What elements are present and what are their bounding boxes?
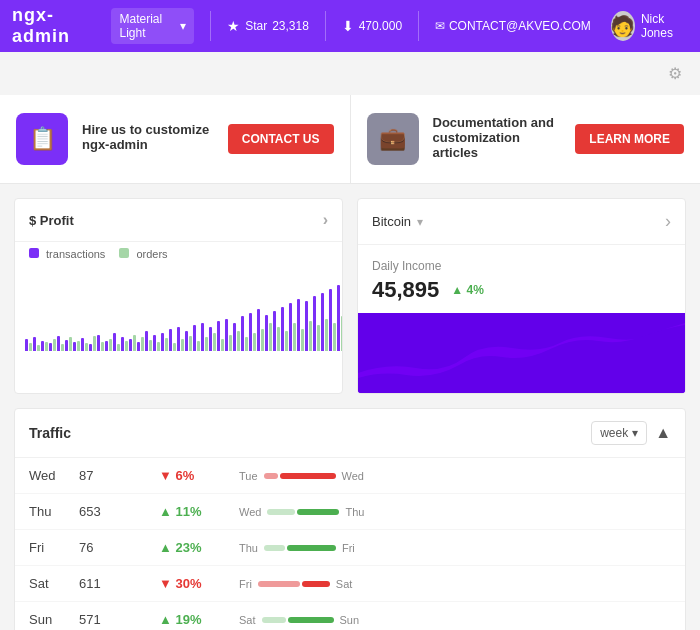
contact-us-button[interactable]: CONTACT US [228, 124, 334, 154]
bar-group [65, 337, 72, 351]
divider-2 [325, 11, 326, 41]
transaction-bar [137, 342, 140, 351]
order-bar [157, 342, 160, 351]
spark-from-label: Sat [239, 614, 256, 626]
order-bar [197, 341, 200, 351]
order-bar [93, 336, 96, 351]
order-bar [325, 319, 328, 351]
bar-group [281, 307, 288, 351]
table-row: Thu 653 ▲ 11% Wed Thu [15, 494, 685, 530]
traffic-day: Fri [29, 540, 79, 555]
user-menu[interactable]: 🧑 Nick Jones [611, 11, 688, 41]
legend-transactions: transactions [29, 248, 105, 260]
bar-group [177, 327, 184, 351]
spark-from-label: Thu [239, 542, 258, 554]
spark-from-label: Tue [239, 470, 258, 482]
week-selector[interactable]: week ▾ [591, 421, 647, 445]
table-row: Wed 87 ▼ 6% Tue Wed [15, 458, 685, 494]
order-bar [53, 339, 56, 351]
bar-group [329, 289, 336, 351]
order-bar [205, 337, 208, 351]
traffic-panel: Traffic week ▾ ▲ Wed 87 ▼ 6% Tue W [14, 408, 686, 630]
transaction-bar [273, 311, 276, 351]
order-bar [165, 338, 168, 351]
profit-title: $ Profit [29, 213, 74, 228]
traffic-pct: ▼ 30% [159, 576, 239, 591]
theme-selector[interactable]: Material Light ▾ [111, 8, 194, 44]
bar-group [249, 313, 256, 351]
bar-group [337, 285, 342, 351]
order-bar [149, 340, 152, 351]
spark-to-label: Thu [345, 506, 364, 518]
spark-to-bar [287, 545, 336, 551]
bar-group [257, 309, 264, 351]
transaction-bar [297, 299, 300, 351]
pct-value: 23% [176, 540, 202, 555]
pct-arrow-icon: ▼ [159, 576, 172, 591]
bar-group [145, 331, 152, 351]
transaction-bar [169, 329, 172, 351]
traffic-sparkline: Thu Fri [239, 542, 671, 554]
pct-value: 19% [176, 612, 202, 627]
transaction-bar [193, 325, 196, 351]
bitcoin-selector[interactable]: Bitcoin ▾ [372, 214, 423, 229]
spark-to-bar [302, 581, 330, 587]
pct-arrow-icon: ▲ [159, 504, 172, 519]
spark-bars [262, 617, 334, 623]
table-row: Sat 611 ▼ 30% Fri Sat [15, 566, 685, 602]
order-bar [69, 337, 72, 351]
order-bar [117, 344, 120, 351]
user-name: Nick Jones [641, 12, 688, 40]
bar-group [33, 337, 40, 351]
week-chevron-icon: ▾ [632, 426, 638, 440]
bar-group [193, 325, 200, 351]
order-bar [213, 333, 216, 351]
divider-3 [418, 11, 419, 41]
learn-more-button[interactable]: LEARN MORE [575, 124, 684, 154]
pct-value: 30% [176, 576, 202, 591]
docs-icon: 💼 [367, 113, 419, 165]
order-bar [37, 345, 40, 351]
profit-header: $ Profit › [15, 199, 342, 242]
order-bar [245, 337, 248, 351]
spark-to-label: Fri [342, 542, 355, 554]
bar-group [313, 296, 320, 351]
pct-value: 6% [176, 468, 195, 483]
bar-group [225, 319, 232, 351]
header: ngx-admin Material Light ▾ ★ Star 23,318… [0, 0, 700, 52]
transaction-bar [25, 339, 28, 351]
banner-docs: 💼 Documentation and customization articl… [351, 95, 701, 183]
bar-group [305, 301, 312, 351]
bitcoin-header: Bitcoin ▾ › [358, 199, 685, 245]
spark-bars [264, 545, 336, 551]
spark-from-bar [262, 617, 287, 623]
transaction-bar [145, 331, 148, 351]
transaction-bar [289, 303, 292, 351]
transaction-bar [265, 315, 268, 351]
gear-icon[interactable]: ⚙ [660, 56, 690, 91]
collapse-button[interactable]: ▲ [655, 424, 671, 442]
order-bar [237, 331, 240, 351]
bar-group [169, 329, 176, 351]
bar-chart [25, 266, 332, 351]
bitcoin-dropdown-icon: ▾ [417, 215, 423, 229]
traffic-day: Wed [29, 468, 79, 483]
bar-group [121, 337, 128, 351]
spark-to-bar [297, 509, 339, 515]
order-bar [277, 327, 280, 351]
theme-chevron-icon: ▾ [180, 19, 186, 33]
transaction-bar [161, 333, 164, 351]
order-bar [269, 323, 272, 351]
banner-docs-text: Documentation and customization articles [433, 115, 562, 164]
traffic-value: 653 [79, 504, 159, 519]
profit-chevron-icon[interactable]: › [323, 211, 328, 229]
income-pct: ▲ 4% [451, 283, 484, 297]
btc-wave-svg [358, 313, 685, 393]
bitcoin-chevron-icon[interactable]: › [665, 211, 671, 232]
order-bar [61, 344, 64, 351]
transaction-bar [129, 339, 132, 351]
transaction-bar [281, 307, 284, 351]
spark-to-bar [288, 617, 334, 623]
spark-from-label: Wed [239, 506, 261, 518]
download-icon: ⬇ [342, 18, 354, 34]
